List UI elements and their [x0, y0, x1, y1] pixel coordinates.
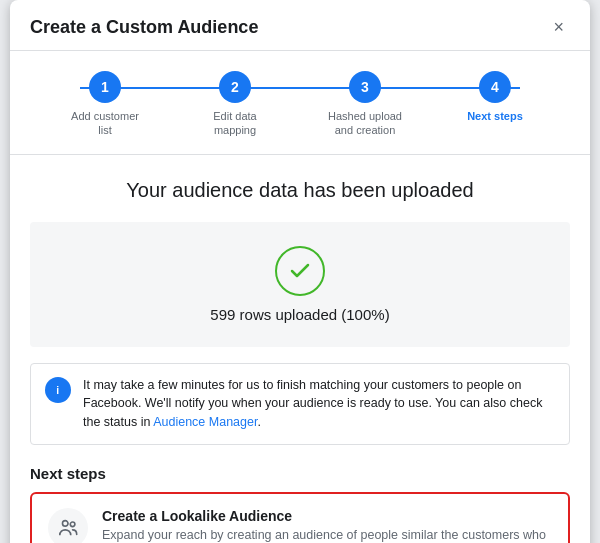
lookalike-card-title: Create a Lookalike Audience [102, 508, 552, 524]
step-3: 3 Hashed upload and creation [300, 71, 430, 138]
step-3-label: Hashed upload and creation [325, 109, 405, 138]
info-message: It may take a few minutes for us to fini… [83, 378, 542, 430]
step-4-circle: 4 [479, 71, 511, 103]
svg-text:i: i [56, 383, 59, 395]
steps-track: 1 Add customer list 2 Edit data mapping … [40, 71, 560, 138]
steps-container: 1 Add customer list 2 Edit data mapping … [10, 51, 590, 155]
success-heading: Your audience data has been uploaded [30, 179, 570, 202]
success-check-icon [275, 246, 325, 296]
info-icon-wrap: i [45, 377, 71, 403]
create-custom-audience-modal: Create a Custom Audience × 1 Add custome… [10, 0, 590, 543]
step-4: 4 Next steps [430, 71, 560, 123]
modal-title: Create a Custom Audience [30, 17, 258, 38]
people-icon [48, 508, 88, 543]
step-4-label: Next steps [467, 109, 523, 123]
step-1-circle: 1 [89, 71, 121, 103]
info-suffix: . [257, 415, 260, 429]
step-2-circle: 2 [219, 71, 251, 103]
modal-content: Your audience data has been uploaded 599… [10, 155, 590, 543]
upload-box: 599 rows uploaded (100%) [30, 222, 570, 347]
lookalike-card-text: Create a Lookalike Audience Expand your … [102, 508, 552, 543]
info-box: i It may take a few minutes for us to fi… [30, 363, 570, 445]
audience-manager-link[interactable]: Audience Manager [153, 415, 257, 429]
info-text: It may take a few minutes for us to fini… [83, 376, 555, 432]
modal-header: Create a Custom Audience × [10, 0, 590, 51]
step-1-label: Add customer list [65, 109, 145, 138]
close-button[interactable]: × [547, 16, 570, 38]
step-1: 1 Add customer list [40, 71, 170, 138]
step-3-circle: 3 [349, 71, 381, 103]
next-steps-title: Next steps [30, 465, 570, 482]
upload-stats: 599 rows uploaded (100%) [50, 306, 550, 323]
step-2: 2 Edit data mapping [170, 71, 300, 138]
lookalike-audience-card[interactable]: Create a Lookalike Audience Expand your … [30, 492, 570, 543]
svg-point-1 [63, 521, 69, 527]
info-icon: i [51, 383, 65, 397]
svg-point-2 [70, 522, 75, 527]
lookalike-card-desc: Expand your reach by creating an audienc… [102, 527, 552, 543]
step-2-label: Edit data mapping [195, 109, 275, 138]
